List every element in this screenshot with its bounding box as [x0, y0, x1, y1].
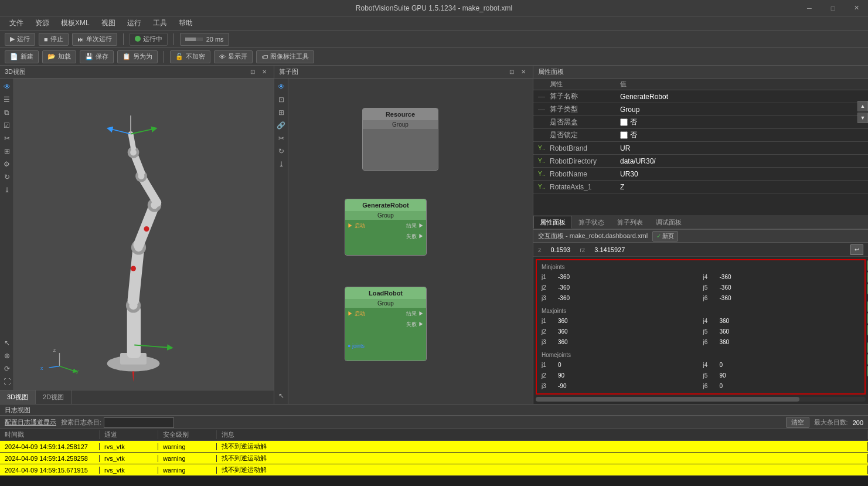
minjoints-j4-value: -360 [720, 274, 860, 280]
show-icon: 👁 [219, 53, 226, 60]
cut-icon[interactable]: ✂ [1, 132, 13, 144]
nodes-icon[interactable]: ⊞ [1, 145, 13, 157]
node-generate[interactable]: GenerateRobot Group ▶ 启动 结果 ▶ 失败 ▶ [345, 199, 427, 256]
close-button[interactable]: ✕ [845, 0, 868, 16]
props-icon-type: — [533, 106, 545, 114]
list-icon[interactable]: ☰ [1, 94, 13, 106]
new-page-icon: ✓ [656, 233, 661, 239]
annotate-button[interactable]: 🏷 图像标注工具 [256, 50, 314, 63]
props-scroll-buttons: ▲ ▼ [857, 101, 868, 123]
tab-3d-view[interactable]: 3D视图 [0, 390, 36, 404]
menu-tools[interactable]: 工具 [148, 17, 172, 29]
menu-resource[interactable]: 资源 [30, 17, 54, 29]
props-val-blackbox[interactable]: 否 [615, 117, 868, 127]
menu-template-xml[interactable]: 模板XML [56, 17, 94, 29]
maxjoints-j2-label: j2 [542, 328, 553, 335]
node-resource[interactable]: Resource Group [362, 108, 438, 171]
tab-debug[interactable]: 调试面板 [649, 216, 688, 229]
log-cell-time-0: 2024-04-09 14:59:14.258127 [0, 443, 100, 450]
checkbox-icon[interactable]: ☑ [1, 120, 13, 131]
stop-button[interactable]: ■ 停止 [39, 33, 69, 46]
tab-props[interactable]: 属性面板 [533, 216, 572, 229]
log-cell-level-1: warning [158, 455, 217, 462]
save-label: 保存 [96, 52, 108, 61]
tab-node-status[interactable]: 算子状态 [572, 216, 611, 229]
interact-new-button[interactable]: ✓ 新页 [652, 231, 678, 242]
save-button[interactable]: 💾 保存 [80, 50, 114, 63]
load-button[interactable]: 📂 加载 [42, 50, 76, 63]
svg-line-26 [49, 366, 60, 368]
stop-icon: ■ [44, 36, 48, 43]
scroll-down-button[interactable]: ▼ [857, 113, 868, 123]
step-run-button[interactable]: ⏭ 单次运行 [72, 33, 117, 46]
interact-scrollbar-thumb[interactable] [536, 397, 799, 402]
algo-close-button[interactable]: ✕ [519, 67, 528, 77]
props-icon-robotname: Y [533, 171, 545, 177]
log-cell-msg-1: 找不到逆运动解 [217, 454, 868, 463]
props-icon-brand: Y [533, 145, 545, 151]
log-row-0[interactable]: 2024-04-09 14:59:14.258127 rvs_vtk warni… [0, 441, 868, 453]
tab-node-list[interactable]: 算子列表 [611, 216, 649, 229]
algo-canvas[interactable]: 👁 ⊡ ⊞ 🔗 ✂ ↻ ⤓ ↖ Resource Group GenerateR… [274, 79, 533, 404]
encrypt-label: 不加密 [186, 52, 205, 61]
view3d-canvas[interactable]: 👁 ☰ ⧉ ☑ ✂ ⊞ ⚙ ↻ ⤓ ↖ ⊕ ⟳ ⛶ [0, 79, 274, 390]
algo-refresh-icon[interactable]: ↻ [275, 145, 287, 157]
transform-icon[interactable]: ⊕ [1, 350, 13, 362]
log-search-input[interactable] [104, 417, 174, 428]
rotate-icon[interactable]: ⟳ [1, 363, 13, 375]
scroll-up-button[interactable]: ▲ [857, 101, 868, 111]
log-search: 搜索日志条目: [61, 417, 174, 428]
algo-cut-icon[interactable]: ✂ [275, 132, 287, 144]
algo-link-icon[interactable]: 🔗 [275, 120, 287, 131]
props-val-locked[interactable]: 否 [615, 130, 868, 140]
algo-controls: ⊡ ✕ [507, 67, 528, 77]
minjoints-title: Minjoints [539, 263, 862, 271]
log-configure-link[interactable]: 配置日志通道显示 [5, 418, 56, 427]
algo-network-icon[interactable]: ⊞ [275, 107, 287, 118]
minimize-button[interactable]: ─ [798, 0, 821, 16]
log-row-2[interactable]: 2024-04-09 14:59:15.671915 rvs_vtk warni… [0, 464, 868, 476]
menu-file[interactable]: 文件 [5, 17, 28, 29]
speed-control: 20 ms [180, 33, 229, 46]
interact-scrollbar[interactable] [536, 397, 866, 402]
algo-toolbar: 👁 ⊡ ⊞ 🔗 ✂ ↻ ⤓ ↖ [274, 79, 288, 404]
minjoints-j1-row: j1 -360 [542, 271, 699, 282]
run-icon: ▶ [10, 35, 15, 43]
annotate-icon: 🏷 [261, 53, 268, 60]
new-button[interactable]: 📄 新建 [5, 50, 39, 63]
log-row-1[interactable]: 2024-04-09 14:59:14.258258 rvs_vtk warni… [0, 453, 868, 464]
tab-2d-view[interactable]: 2D视图 [36, 390, 72, 404]
send-button[interactable]: ↩ [850, 244, 863, 255]
maximize-button[interactable]: □ [821, 0, 845, 16]
log-col-channel: 通道 [100, 430, 158, 439]
algo-eye-icon[interactable]: 👁 [275, 81, 287, 93]
maxjoints-j4-row: j4 360 [703, 315, 860, 326]
algo-dock-button[interactable]: ⊡ [507, 67, 516, 77]
log-clear-button[interactable]: 清空 [786, 417, 809, 428]
algo-export-icon[interactable]: ⤓ [275, 158, 287, 170]
menu-run[interactable]: 运行 [122, 17, 146, 29]
svg-line-20 [131, 134, 134, 148]
maxjoints-j6-label: j6 [703, 339, 715, 345]
menu-view[interactable]: 视图 [97, 17, 120, 29]
menu-help[interactable]: 帮助 [174, 17, 198, 29]
show-button[interactable]: 👁 显示开 [214, 50, 253, 63]
run-button[interactable]: ▶ 运行 [5, 33, 35, 46]
algo-search-icon[interactable]: ⊡ [275, 94, 287, 106]
algo-cursor-icon[interactable]: ↖ [275, 390, 287, 402]
node-resource-sub: Group [363, 120, 438, 129]
cursor-icon[interactable]: ↖ [1, 337, 13, 349]
export-icon[interactable]: ⤓ [1, 184, 13, 196]
maxjoints-left-col: j1 360 j2 360 j3 360 [539, 315, 701, 347]
view3d-dock-button[interactable]: ⊡ [248, 67, 257, 77]
node-load-in-port: ▶ 启动 [348, 310, 365, 318]
encrypt-button[interactable]: 🔓 不加密 [170, 50, 210, 63]
layers-icon[interactable]: ⧉ [1, 107, 13, 118]
scale-icon[interactable]: ⛶ [1, 376, 13, 388]
settings-icon[interactable]: ⚙ [1, 158, 13, 170]
node-load[interactable]: LoadRobot Group ▶ 启动 结果 ▶ 失败 ▶ ● joints [345, 287, 427, 361]
saveas-button[interactable]: 📋 另为为 [117, 50, 158, 63]
eye-icon[interactable]: 👁 [1, 81, 13, 93]
refresh-icon[interactable]: ↻ [1, 171, 13, 183]
view3d-close-button[interactable]: ✕ [260, 67, 269, 77]
